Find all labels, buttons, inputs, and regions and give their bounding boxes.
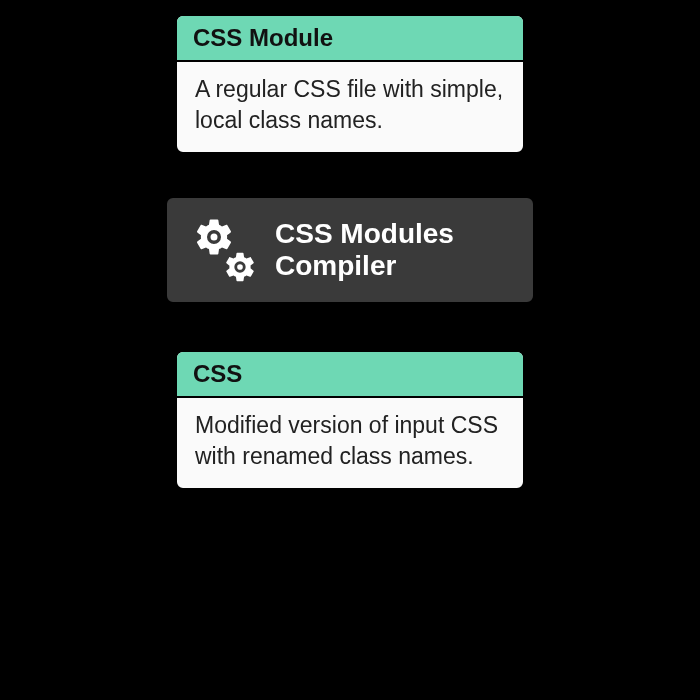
gear-small-icon <box>223 250 257 284</box>
compiler-label: CSS Modules Compiler <box>275 218 511 282</box>
css-module-input-card: CSS Module A regular CSS file with simpl… <box>175 14 525 154</box>
css-output-card-description: Modified version of input CSS with renam… <box>177 398 523 488</box>
gears-icon <box>189 216 259 284</box>
css-output-card: CSS Modified version of input CSS with r… <box>175 350 525 490</box>
compiler-box: CSS Modules Compiler <box>165 196 535 304</box>
css-module-card-description: A regular CSS file with simple, local cl… <box>177 62 523 152</box>
css-module-card-title: CSS Module <box>177 16 523 62</box>
css-output-card-title: CSS <box>177 352 523 398</box>
